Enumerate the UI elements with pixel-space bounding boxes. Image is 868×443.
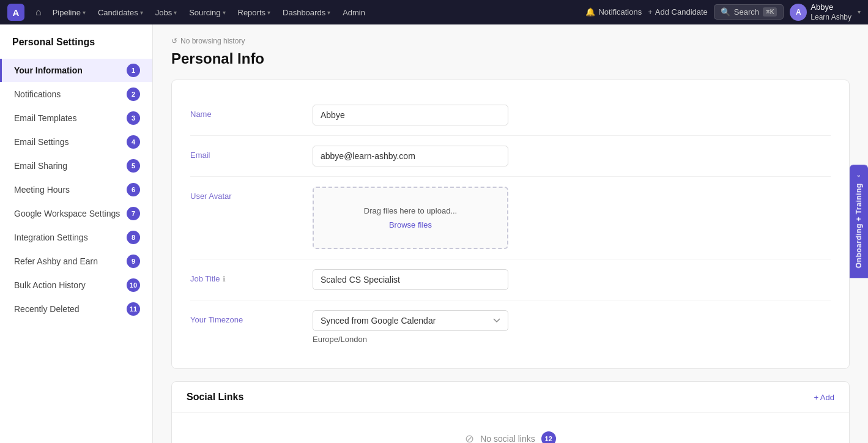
add-candidate-button[interactable]: + Add Candidate [648,7,708,17]
no-social-links-text: No social links [480,434,535,443]
page-title: Personal Info [171,50,850,67]
sidebar-item-refer-ashby[interactable]: Refer Ashby and Earn 9 [0,250,152,273]
sidebar-badge-3: 3 [127,111,140,125]
job-title-row: Job Title ℹ [190,259,831,300]
timezone-note: Europe/London [313,335,508,344]
chevron-down-icon: ▾ [223,9,226,16]
personal-info-card: Name Email User Avatar [171,80,850,369]
social-links-header: Social Links + Add [172,382,849,412]
user-menu[interactable]: A Abbye Learn Ashby ▾ [790,2,861,22]
nav-item-dashboards[interactable]: Dashboards ▾ [278,6,335,20]
sidebar-title: Personal Settings [0,37,152,59]
nav-item-candidates[interactable]: Candidates ▾ [93,6,148,20]
timezone-label: Your Timezone [190,310,313,324]
user-name: Abbye [811,2,851,13]
chevron-down-icon: ▾ [83,9,86,16]
email-row: Email [190,136,831,177]
no-items-icon: ⊘ [465,432,474,443]
sidebar-item-google-workspace[interactable]: Google Workspace Settings 7 [0,202,152,225]
sidebar-badge-1: 1 [127,64,140,77]
name-input[interactable] [313,105,508,125]
sidebar: Personal Settings Your Information 1 Not… [0,24,153,443]
sidebar-item-your-information[interactable]: Your Information 1 [0,59,152,82]
main-content: ↺ No browsing history Personal Info Name… [153,24,868,443]
sidebar-badge-9: 9 [127,255,140,268]
sidebar-badge-7: 7 [127,207,140,220]
avatar-label: User Avatar [190,187,313,201]
home-icon[interactable]: ⌂ [32,4,45,20]
avatar: A [790,4,807,21]
no-social-links-area: ⊘ No social links 12 [172,412,849,443]
sidebar-badge-11: 11 [127,302,140,316]
onboarding-training-tab[interactable]: Onboarding + Training ‹ [850,165,868,278]
user-info: Abbye Learn Ashby [811,2,851,22]
social-links-card: Social Links + Add ⊘ No social links 12 [171,381,850,443]
upload-text: Drag files here to upload... [326,206,495,215]
job-title-input[interactable] [313,269,508,290]
nav-item-pipeline[interactable]: Pipeline ▾ [48,6,91,20]
browse-files-button[interactable]: Browse files [326,220,495,229]
notifications-button[interactable]: 🔔 Notifications [585,7,642,17]
sidebar-badge-8: 8 [127,231,140,244]
chevron-down-icon: ▾ [858,9,861,15]
chevron-left-icon: ‹ [856,175,862,177]
job-title-label: Job Title ℹ [190,269,313,283]
plus-icon: + [648,7,653,17]
avatar-row: User Avatar Drag files here to upload...… [190,177,831,259]
info-icon[interactable]: ℹ [223,275,226,283]
sidebar-item-email-settings[interactable]: Email Settings 4 [0,130,152,154]
app-logo[interactable]: A [7,4,24,21]
onboarding-label: Onboarding + Training [855,184,863,269]
history-icon: ↺ [171,37,177,45]
page-layout: Personal Settings Your Information 1 Not… [0,24,868,443]
nav-item-admin[interactable]: Admin [338,6,370,20]
upload-area[interactable]: Drag files here to upload... Browse file… [313,187,508,249]
chevron-down-icon: ▾ [140,9,143,16]
job-title-field [313,269,508,290]
nav-item-sourcing[interactable]: Sourcing ▾ [184,6,230,20]
nav-item-jobs[interactable]: Jobs ▾ [150,6,182,20]
sidebar-item-integration-settings[interactable]: Integration Settings 8 [0,226,152,249]
sidebar-badge-2: 2 [127,87,140,101]
sidebar-item-email-templates[interactable]: Email Templates 3 [0,106,152,130]
email-input[interactable] [313,146,508,166]
search-icon: 🔍 [721,7,730,17]
avatar-field: Drag files here to upload... Browse file… [313,187,508,249]
timezone-field: Synced from Google Calendar Europe/Londo… [313,310,508,344]
sidebar-badge-5: 5 [127,159,140,173]
social-links-title: Social Links [187,392,243,403]
search-button[interactable]: 🔍 Search ⌘K [714,4,784,20]
search-shortcut: ⌘K [763,7,777,17]
chevron-down-icon: ▾ [267,9,270,16]
user-subtitle: Learn Ashby [811,13,851,23]
sidebar-item-meeting-hours[interactable]: Meeting Hours 6 [0,178,152,201]
bell-icon: 🔔 [585,7,595,17]
nav-item-reports[interactable]: Reports ▾ [233,6,276,20]
name-field [313,105,508,125]
timezone-select[interactable]: Synced from Google Calendar [313,310,508,331]
sidebar-badge-4: 4 [127,135,140,149]
name-row: Name [190,95,831,136]
sidebar-item-email-sharing[interactable]: Email Sharing 5 [0,154,152,177]
breadcrumb: ↺ No browsing history [171,37,850,45]
email-field [313,146,508,166]
social-links-badge: 12 [541,431,556,443]
sidebar-item-bulk-action-history[interactable]: Bulk Action History 10 [0,274,152,297]
timezone-row: Your Timezone Synced from Google Calenda… [190,300,831,354]
sidebar-badge-6: 6 [127,183,140,196]
email-label: Email [190,146,313,160]
sidebar-badge-10: 10 [127,278,140,292]
name-label: Name [190,105,313,119]
chevron-down-icon: ▾ [327,9,330,16]
sidebar-item-recently-deleted[interactable]: Recently Deleted 11 [0,297,152,321]
chevron-down-icon: ▾ [174,9,177,16]
top-navigation: A ⌂ Pipeline ▾ Candidates ▾ Jobs ▾ Sourc… [0,0,868,24]
add-social-link-button[interactable]: + Add [814,393,834,402]
sidebar-item-notifications[interactable]: Notifications 2 [0,83,152,106]
personal-info-form: Name Email User Avatar [172,80,849,368]
